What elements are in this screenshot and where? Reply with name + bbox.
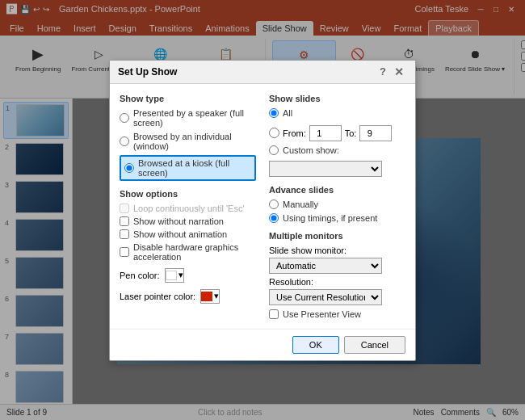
slides-all-label: All (283, 108, 292, 118)
slide-show-monitor-row: Slide show monitor: (269, 246, 405, 255)
advance-slides-title: Advance slides (269, 185, 405, 195)
advance-manually-option[interactable]: Manually (269, 200, 405, 209)
disable-hw-label: Disable hardware graphics acceleration (133, 242, 256, 262)
advance-manually-label: Manually (283, 200, 318, 209)
laser-color-dropdown-icon: ▾ (214, 291, 219, 301)
show-type-kiosk-label: Browsed at a kiosk (full screen) (138, 158, 251, 178)
show-type-individual-radio[interactable] (120, 136, 129, 146)
show-type-section: Show type Presented by a speaker (full s… (120, 94, 256, 181)
slide-show-monitor-label: Slide show monitor: (269, 246, 346, 255)
show-type-kiosk[interactable]: Browsed at a kiosk (full screen) (120, 155, 256, 181)
dialog-title-bar: Set Up Show ? ✕ (110, 61, 415, 84)
show-type-radio-group: Presented by a speaker (full screen) Bro… (120, 108, 256, 181)
slide-show-monitor-select[interactable]: Automatic (269, 258, 382, 274)
pen-color-row: Pen color: ▾ (120, 268, 256, 283)
no-narration-label: Show without narration (133, 216, 224, 226)
resolution-select[interactable]: Use Current Resolution (269, 289, 382, 305)
slides-all-option[interactable]: All (269, 108, 405, 118)
show-options-section: Show options Loop continuously until 'Es… (120, 189, 256, 304)
resolution-label-row: Resolution: (269, 277, 405, 287)
dialog-help-icon[interactable]: ? (380, 65, 386, 78)
disable-hw-checkbox[interactable] (120, 247, 129, 257)
presenter-view-dialog-row[interactable]: Use Presenter View (269, 309, 405, 319)
no-animation-option[interactable]: Show without animation (120, 229, 256, 239)
pen-color-dropdown-icon: ▾ (178, 270, 183, 280)
slides-from-label: From: (283, 128, 306, 138)
no-narration-checkbox[interactable] (120, 216, 129, 226)
no-narration-option[interactable]: Show without narration (120, 216, 256, 226)
laser-color-button[interactable]: ▾ (200, 289, 220, 304)
advance-slides-section: Advance slides Manually Using timings, i… (269, 185, 405, 223)
slides-custom-label: Custom show: (283, 145, 339, 155)
multiple-monitors-section: Multiple monitors Slide show monitor: Au… (269, 231, 405, 319)
laser-color-row: Laser pointer color: ▾ (120, 289, 256, 304)
resolution-label: Resolution: (269, 277, 313, 287)
cancel-button[interactable]: Cancel (344, 336, 405, 354)
slides-from-radio[interactable] (269, 128, 279, 138)
dialog-body: Show type Presented by a speaker (full s… (110, 84, 415, 329)
pen-color-label: Pen color: (120, 271, 160, 280)
custom-show-select[interactable] (269, 161, 382, 177)
slides-from-input[interactable] (309, 125, 342, 141)
disable-hw-option[interactable]: Disable hardware graphics acceleration (120, 242, 256, 262)
advance-timings-option[interactable]: Using timings, if present (269, 213, 405, 223)
pen-color-button[interactable]: ▾ (165, 268, 184, 283)
dialog-title-controls: ? ✕ (380, 65, 407, 78)
slides-all-radio[interactable] (269, 108, 279, 118)
ok-button[interactable]: OK (292, 336, 339, 354)
dialog-close-button[interactable]: ✕ (391, 65, 407, 78)
show-type-speaker[interactable]: Presented by a speaker (full screen) (120, 108, 256, 128)
presenter-view-dialog-label: Use Presenter View (283, 309, 361, 319)
multi-monitors-title: Multiple monitors (269, 231, 405, 241)
show-type-kiosk-radio[interactable] (124, 163, 134, 173)
show-type-individual-label: Browsed by an individual (window) (133, 132, 256, 151)
show-type-individual[interactable]: Browsed by an individual (window) (120, 132, 256, 151)
advance-radio-group: Manually Using timings, if present (269, 200, 405, 223)
slides-to-input[interactable] (359, 125, 392, 141)
advance-manually-radio[interactable] (269, 200, 279, 209)
loop-option[interactable]: Loop continuously until 'Esc' (120, 204, 256, 213)
slides-from-row: From: To: (269, 125, 405, 141)
show-options-checkboxes: Loop continuously until 'Esc' Show witho… (120, 204, 256, 262)
slides-custom-radio[interactable] (269, 145, 279, 155)
show-slides-section: Show slides All From: To: (269, 94, 405, 177)
dialog-footer: OK Cancel (110, 329, 415, 360)
pen-color-swatch (166, 271, 177, 280)
slides-custom-option[interactable]: Custom show: (269, 145, 405, 155)
dialog-left-col: Show type Presented by a speaker (full s… (120, 94, 256, 319)
advance-timings-radio[interactable] (269, 213, 279, 223)
no-animation-checkbox[interactable] (120, 229, 129, 239)
show-options-title: Show options (120, 189, 256, 199)
show-type-speaker-radio[interactable] (120, 113, 129, 123)
advance-timings-label: Using timings, if present (283, 213, 377, 223)
dialog-right-col: Show slides All From: To: (269, 94, 405, 319)
slides-to-label: To: (345, 128, 357, 138)
laser-color-label: Laser pointer color: (120, 292, 195, 301)
loop-checkbox[interactable] (120, 204, 129, 213)
show-slides-radio-group: All From: To: Custom show: (269, 108, 405, 177)
laser-color-swatch (201, 292, 212, 301)
dialog-overlay: Set Up Show ? ✕ Show type Presented by a… (0, 0, 525, 420)
show-type-speaker-label: Presented by a speaker (full screen) (133, 108, 256, 128)
show-type-title: Show type (120, 94, 256, 103)
loop-label: Loop continuously until 'Esc' (133, 204, 245, 213)
show-slides-title: Show slides (269, 94, 405, 103)
dialog-title-text: Set Up Show (118, 66, 177, 78)
no-animation-label: Show without animation (133, 229, 227, 239)
presenter-view-dialog-checkbox[interactable] (269, 309, 279, 319)
setup-dialog: Set Up Show ? ✕ Show type Presented by a… (109, 60, 416, 361)
